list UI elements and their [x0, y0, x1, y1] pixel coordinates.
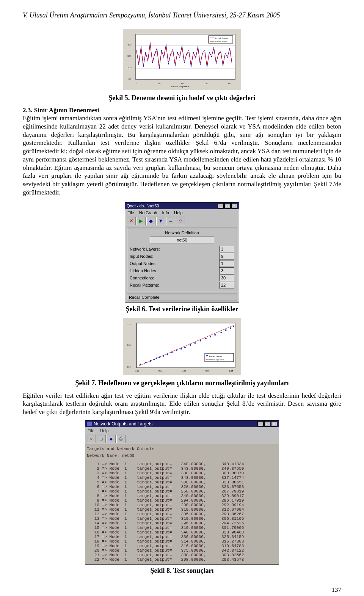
svg-text:40: 40 — [181, 82, 184, 85]
close-button[interactable]: × — [271, 421, 277, 427]
outputs-header1: Targets and Network Outputs — [87, 447, 277, 451]
output-row: 12 => Node 1 target,output=305.00000,293… — [87, 512, 277, 516]
toolbar-run-icon[interactable]: ▶ — [136, 217, 146, 225]
qnet-row-value: 3 — [219, 267, 234, 274]
svg-point-34 — [200, 340, 201, 341]
section-2-3-heading: 2.3. Sinir Ağının Denenmesi — [23, 107, 341, 114]
toolbar-diamond-icon[interactable]: ◇ — [176, 217, 185, 225]
svg-text:300: 300 — [127, 55, 132, 58]
body-paragraph-1: Eğitim işlemi tamamlandıktan sonra eğiti… — [23, 114, 341, 197]
svg-point-21 — [145, 361, 146, 363]
svg-point-28 — [171, 351, 173, 353]
toolbar-print-icon[interactable]: ⎙ — [116, 435, 126, 443]
svg-text:0.96: 0.96 — [206, 370, 210, 372]
fig7-legend-2: Optimal Agreement — [209, 359, 224, 361]
menu-netgraph[interactable]: NetGraph — [139, 210, 157, 215]
qnet-row: Input Nodes:9 — [130, 253, 234, 260]
svg-point-41 — [233, 325, 234, 327]
svg-text:200: 200 — [127, 66, 132, 69]
output-row: 17 => Node 1 target,output=336.00000,325… — [87, 535, 277, 539]
menu-file[interactable]: File — [127, 210, 134, 215]
menu-help[interactable]: Help — [100, 428, 109, 433]
qnet-row: Recall Patterns:22 — [130, 282, 234, 289]
qnet-row-label: Output Nodes: — [130, 261, 157, 266]
output-row: 19 => Node 1 target,output=316.00000,310… — [87, 544, 277, 548]
qnet-row-label: Hidden Nodes: — [130, 268, 157, 273]
svg-point-38 — [220, 332, 222, 333]
svg-point-39 — [225, 329, 227, 331]
qnet-row: Network Layers:3 — [130, 246, 234, 253]
svg-text:0.64: 0.64 — [182, 370, 186, 372]
output-row: 7 => Node 1 target,output=258.00000,267.… — [87, 489, 277, 494]
qnet-menubar: File NetGraph Info Help — [125, 209, 239, 216]
output-row: 21 => Node 1 target,output=308.00000,303… — [87, 553, 277, 557]
output-row: 8 => Node 1 target,output=340.00000,329.… — [87, 494, 277, 498]
qnet-row-label: Input Nodes: — [130, 254, 153, 259]
qnet-row-value: 3 — [219, 246, 234, 253]
output-row: 16 => Node 1 target,output=340.00000,328… — [87, 530, 277, 535]
svg-text:100: 100 — [127, 77, 132, 80]
minimize-button[interactable]: _ — [257, 421, 264, 427]
toolbar-copy-icon[interactable]: ❐ — [97, 435, 106, 443]
svg-point-25 — [159, 356, 160, 358]
svg-point-40 — [230, 327, 231, 329]
qnet-row-value: 30 — [219, 274, 234, 281]
svg-text:20: 20 — [158, 82, 161, 85]
output-row: 11 => Node 1 target,output=310.00000,312… — [87, 507, 277, 512]
figure-7-caption: Şekil 7. Hedeflenen ve gerçekleşen çıktı… — [23, 379, 341, 387]
output-row: 6 => Node 1 target,output=328.00000,323.… — [87, 485, 277, 489]
qnet-row-label: Recall Patterns: — [130, 283, 159, 287]
svg-text:60: 60 — [205, 82, 208, 85]
output-row: 14 => Node 1 target,output=296.00000,294… — [87, 521, 277, 525]
figure-8-window: Network Outputs and Targets _ □ × File H… — [85, 420, 279, 565]
svg-text:0.00: 0.00 — [135, 370, 139, 372]
output-row: 13 => Node 1 target,output=310.00000,306… — [87, 516, 277, 521]
svg-point-37 — [214, 334, 216, 336]
output-row: 1 => Node 1 target,output=348.00000,348.… — [87, 462, 277, 466]
svg-text:0.65: 0.65 — [127, 344, 131, 346]
svg-point-36 — [210, 336, 211, 337]
fig5-xlabel: Pattern Sequence — [171, 85, 189, 88]
fig5-legend-1: Network Outputs — [215, 37, 228, 39]
qnet-row-label: Network Layers: — [130, 247, 160, 251]
output-row: 9 => Node 1 target,output=294.00000,296.… — [87, 498, 277, 503]
maximize-button[interactable]: □ — [224, 203, 231, 209]
qnet-panel: Network Definition net50 Network Layers:… — [127, 227, 237, 292]
outputs-toolbar: ✕ ❐ ◆ ⎙ — [85, 434, 279, 444]
toolbar-save-icon[interactable]: ◆ — [107, 435, 116, 443]
maximize-button[interactable]: □ — [264, 421, 270, 427]
running-head: V. Ulusal Üretim Araştırmaları Sempozyum… — [23, 11, 341, 21]
toolbar-x-icon[interactable]: ✕ — [87, 435, 96, 443]
minimize-button[interactable]: _ — [218, 203, 224, 209]
svg-point-32 — [190, 344, 191, 346]
figure-6-caption: Şekil 6. Test verilerine ilişkin özellik… — [23, 305, 341, 313]
output-row: 10 => Node 1 target,output=290.00000,292… — [87, 503, 277, 507]
menu-file[interactable]: File — [88, 428, 94, 433]
svg-point-24 — [156, 358, 157, 359]
menu-help[interactable]: Help — [174, 210, 183, 215]
qnet-panel-title: Network Definition — [130, 231, 234, 235]
close-button[interactable]: × — [231, 203, 237, 209]
svg-text:400: 400 — [127, 43, 132, 46]
svg-point-26 — [163, 355, 164, 356]
svg-point-22 — [150, 360, 151, 362]
qnet-recall-status: Recall Complete — [127, 293, 237, 301]
svg-text:0.32: 0.32 — [158, 370, 163, 372]
output-row: 5 => Node 1 target,output=308.00000,323.… — [87, 480, 277, 485]
toolbar-save-icon[interactable]: ◆ — [146, 217, 155, 225]
svg-point-23 — [154, 358, 155, 360]
qnet-row: Output Nodes:1 — [130, 260, 234, 267]
svg-text:0.00: 0.00 — [127, 366, 131, 368]
page-number: 137 — [23, 586, 341, 594]
svg-point-35 — [205, 338, 207, 339]
menu-info[interactable]: Info — [162, 210, 169, 215]
svg-point-31 — [184, 347, 186, 348]
toolbar-down-icon[interactable]: ▼ — [156, 217, 165, 225]
output-row: 3 => Node 1 target,output=308.00000,308.… — [87, 471, 277, 475]
qnet-titlebar: Qnet - d:\...\net50 _ □ × — [125, 202, 239, 209]
svg-point-27 — [166, 353, 168, 355]
toolbar-x-icon[interactable]: ✕ — [127, 217, 136, 225]
outputs-title-text: Network Outputs and Targets — [94, 421, 152, 427]
output-row: 2 => Node 1 target,output=343.00000,340.… — [87, 466, 277, 471]
toolbar-menu-icon[interactable]: ≡ — [166, 217, 175, 225]
